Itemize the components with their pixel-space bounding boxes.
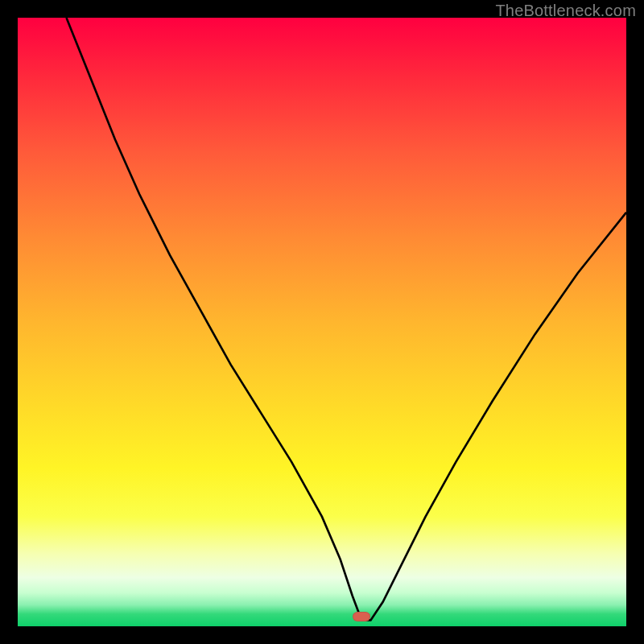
bottleneck-curve-path [66,18,626,620]
watermark-text: TheBottleneck.com [495,2,636,20]
optimal-point-marker [353,612,370,621]
chart-frame: TheBottleneck.com [0,0,644,644]
bottleneck-curve [18,18,626,626]
chart-plot-area [18,18,626,626]
